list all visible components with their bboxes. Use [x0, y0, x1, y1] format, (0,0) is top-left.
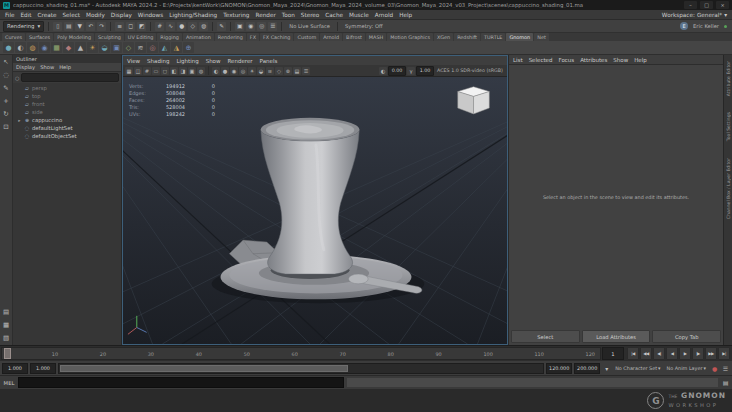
range-slider[interactable] [58, 363, 544, 374]
menu-file[interactable]: File [5, 12, 15, 18]
animation-start-field[interactable] [2, 363, 28, 374]
menu-select[interactable]: Select [62, 12, 80, 18]
play-forwards-button[interactable]: ▶ [679, 347, 691, 360]
shelf-tab-xgen[interactable]: XGen [434, 33, 453, 41]
layout-single-pane-icon[interactable]: ▤ [1, 307, 11, 317]
user-account-menu[interactable]: E Eric Keller [680, 22, 727, 30]
maximize-button[interactable]: □ [700, 1, 713, 9]
select-tool-icon[interactable]: ↖ [1, 57, 11, 67]
file-new-icon[interactable]: ▯ [53, 22, 62, 31]
snap-plane-icon[interactable]: ◇ [188, 22, 197, 31]
shelf-item-icon[interactable]: ◒ [99, 42, 110, 53]
menu-set-selector[interactable]: Rendering ▾ [3, 21, 44, 32]
step-back-frame-button[interactable]: ◀◀ [640, 347, 652, 360]
shelf-tab-mash[interactable]: MASH [366, 33, 386, 41]
shelf-tab-redshift[interactable]: Redshift [454, 33, 480, 41]
shelf-tab-uv-editing[interactable]: UV Editing [125, 33, 157, 41]
outliner-item-front[interactable]: ▱ front [13, 100, 121, 108]
shelf-tab-animation[interactable]: Animation [183, 33, 214, 41]
construction-history-icon[interactable]: ✎ [217, 22, 226, 31]
view-cube[interactable] [458, 87, 490, 114]
viewport-menu-show[interactable]: Show [206, 58, 221, 64]
menu-edit[interactable]: Edit [21, 12, 32, 18]
gate-mask-icon[interactable]: ◧ [170, 67, 178, 75]
snap-grid-icon[interactable]: # [155, 22, 164, 31]
shelf-item-icon[interactable]: ◇ [123, 42, 134, 53]
menu-arnold[interactable]: Arnold [375, 12, 393, 18]
select-object-icon[interactable]: ◻ [126, 22, 135, 31]
ae-menu-attributes[interactable]: Attributes [580, 57, 607, 63]
copy-tab-button[interactable]: Copy Tab [652, 330, 721, 343]
shelf-item-icon[interactable]: ▣ [111, 42, 122, 53]
tab-tool-settings[interactable]: Tool Settings [726, 112, 731, 141]
shelf-item-icon[interactable]: ▲ [75, 42, 86, 53]
lock-camera-icon[interactable]: ◫ [134, 67, 142, 75]
menu-display[interactable]: Display [111, 12, 132, 18]
menu-create[interactable]: Create [38, 12, 57, 18]
shelf-tab-rendering[interactable]: Rendering [215, 33, 246, 41]
viewport-menu-renderer[interactable]: Renderer [227, 58, 252, 64]
shelf-item-icon[interactable]: ☀ [87, 42, 98, 53]
ipr-render-icon[interactable]: ◎ [257, 22, 266, 31]
rotate-tool-icon[interactable]: ↻ [1, 109, 11, 119]
animation-end-field[interactable] [574, 363, 600, 374]
shelf-item-icon[interactable]: ◮ [171, 42, 182, 53]
gamma-field[interactable] [416, 66, 434, 76]
step-forward-frame-button[interactable]: ▶▶ [705, 347, 717, 360]
shelf-item-icon[interactable]: ◐ [15, 42, 26, 53]
ae-menu-help[interactable]: Help [634, 57, 647, 63]
expand-arrow-icon[interactable]: ▸ [17, 118, 22, 123]
use-default-material-icon[interactable]: ◎ [239, 67, 247, 75]
shelf-item-icon[interactable]: ◉ [39, 42, 50, 53]
undo-icon[interactable]: ↶ [86, 22, 95, 31]
layout-four-pane-icon[interactable]: ▦ [1, 320, 11, 330]
outliner-search-input[interactable] [21, 73, 119, 82]
close-button[interactable]: × [716, 1, 729, 9]
command-line-input[interactable] [18, 377, 344, 388]
outliner-menu-help[interactable]: Help [59, 64, 71, 70]
viewport-menu-lighting[interactable]: Lighting [176, 58, 198, 64]
menu-stereo[interactable]: Stereo [301, 12, 320, 18]
shelf-item-icon[interactable]: ◭ [159, 42, 170, 53]
shelf-item-icon[interactable]: ● [3, 42, 14, 53]
scale-tool-icon[interactable]: ⊡ [1, 122, 11, 132]
current-frame-field[interactable]: 1 [602, 347, 624, 360]
lasso-tool-icon[interactable]: ◌ [1, 70, 11, 80]
script-editor-icon[interactable]: ▤ [721, 378, 730, 387]
shelf-tab-arnold[interactable]: Arnold [320, 33, 342, 41]
outliner-item-default-light-set[interactable]: ◌ defaultLightSet [13, 124, 121, 132]
menu-texturing[interactable]: Texturing [223, 12, 249, 18]
menu-modify[interactable]: Modify [86, 12, 105, 18]
redo-icon[interactable]: ↷ [97, 22, 106, 31]
render-settings-icon[interactable]: ☰ [268, 22, 277, 31]
outliner-menu-show[interactable]: Show [40, 64, 54, 70]
auto-keyframe-icon[interactable]: ● [710, 364, 719, 373]
minimize-button[interactable]: – [684, 1, 697, 9]
wireframe-icon[interactable]: ◐ [212, 67, 220, 75]
viewport-canvas[interactable]: Verts:1949120 Edges:5080480 Faces:264002… [123, 77, 507, 344]
motion-blur-icon[interactable]: ◇ [275, 67, 283, 75]
exposure-icon[interactable]: ◐ [379, 67, 387, 75]
outliner-item-side[interactable]: ▱ side [13, 108, 121, 116]
select-button[interactable]: Select [511, 330, 580, 343]
range-slider-handle[interactable] [60, 365, 348, 372]
character-set-selector[interactable]: No Character Set ▾ [613, 365, 662, 371]
playhead[interactable] [4, 348, 11, 359]
bookmark-icon[interactable]: ▾ [602, 364, 611, 373]
shelf-item-icon[interactable]: ≋ [135, 42, 146, 53]
outliner-item-persp[interactable]: ▱ persp [13, 84, 121, 92]
safe-title-icon[interactable]: ◍ [197, 67, 205, 75]
make-live-icon[interactable]: ◍ [199, 22, 208, 31]
paint-select-tool-icon[interactable]: ✎ [1, 83, 11, 93]
shelf-tab-rigging[interactable]: Rigging [157, 33, 182, 41]
ae-menu-focus[interactable]: Focus [558, 57, 574, 63]
view-transform-label[interactable]: ACES 1.0 SDR-video (sRGB) [437, 68, 503, 73]
menu-windows[interactable]: Windows [138, 12, 163, 18]
file-save-icon[interactable]: ▼ [75, 22, 84, 31]
move-tool-icon[interactable]: + [1, 96, 11, 106]
outliner-menu-display[interactable]: Display [16, 64, 35, 70]
shelf-item-icon[interactable]: ◎ [147, 42, 158, 53]
shelf-tab-poly-modeling[interactable]: Poly Modeling [54, 33, 94, 41]
textured-icon[interactable]: ◉ [230, 67, 238, 75]
select-camera-icon[interactable]: ▦ [125, 67, 133, 75]
